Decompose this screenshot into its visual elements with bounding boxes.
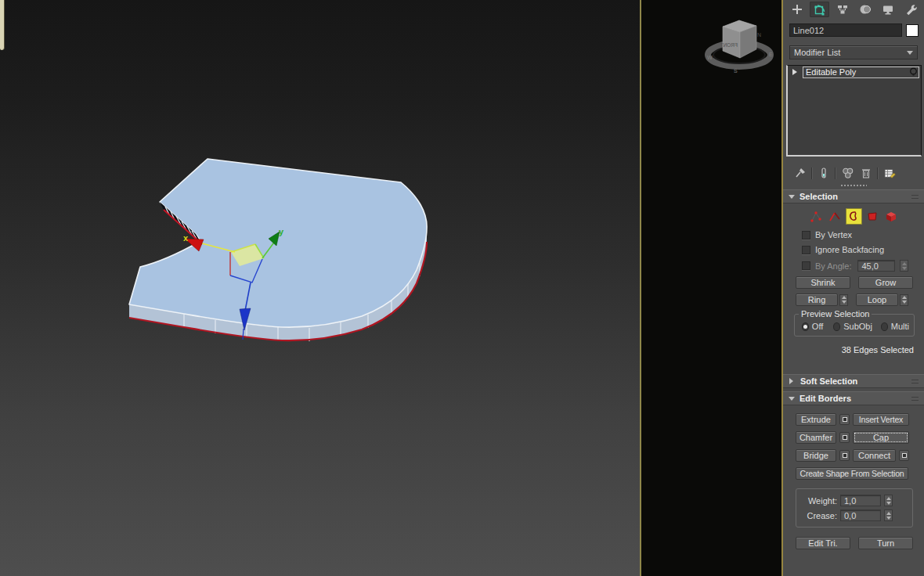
tab-create[interactable] <box>787 2 807 17</box>
selection-status: 38 Edges Selected <box>783 345 924 355</box>
subobject-element[interactable] <box>883 208 900 225</box>
stack-toolbar <box>783 164 924 182</box>
tab-hierarchy[interactable] <box>832 2 852 17</box>
chamfer-button[interactable]: Chamfer <box>796 431 836 444</box>
preview-selection-group: Preview Selection Off SubObj Multi <box>794 314 915 337</box>
preview-multi-radio[interactable] <box>881 322 888 331</box>
rollout-soft-selection[interactable]: Soft Selection <box>783 374 924 388</box>
weight-spinner[interactable] <box>884 495 893 506</box>
preview-subobj-radio[interactable] <box>833 322 840 331</box>
compass-east-label: E <box>769 52 773 57</box>
object-name-row: Line012 <box>783 17 924 37</box>
modifier-stack-item[interactable]: Editable Poly <box>788 66 921 78</box>
edit-tri-button[interactable]: Edit Tri. <box>796 537 850 549</box>
chamfer-settings-button[interactable] <box>839 432 850 443</box>
modifier-list-label: Modifier List <box>794 48 840 57</box>
bridge-button[interactable]: Bridge <box>796 449 836 462</box>
create-shape-row: Create Shape From Selection <box>796 467 924 480</box>
by-vertex-checkbox[interactable] <box>802 231 810 239</box>
bridge-settings-button[interactable] <box>839 450 850 461</box>
rollout-soft-selection-title: Soft Selection <box>800 376 857 386</box>
rollout-edit-borders[interactable]: Edit Borders <box>783 391 924 405</box>
preview-subobj-label: SubObj <box>843 322 872 331</box>
preview-selection-title: Preview Selection <box>799 309 872 319</box>
crease-value-field[interactable]: 0,0 <box>840 509 881 521</box>
shrink-grow-row: Shrink Grow <box>796 276 913 289</box>
extrude-settings-button[interactable] <box>839 414 850 425</box>
weight-crease-group: Weight: 1,0 Crease: 0,0 <box>796 488 913 527</box>
ring-spinner[interactable] <box>839 294 848 306</box>
weight-value-field[interactable]: 1,0 <box>840 495 881 506</box>
subobject-edge[interactable] <box>827 208 843 225</box>
shrink-button[interactable]: Shrink <box>796 276 850 289</box>
crease-spinner[interactable] <box>884 509 893 521</box>
crease-label: Crease: <box>796 511 837 520</box>
viewport-perspective[interactable]: x y <box>0 0 640 576</box>
compass-north-label: N <box>757 32 761 38</box>
by-angle-label: By Angle: <box>815 261 851 271</box>
subobject-vertex[interactable] <box>808 208 825 225</box>
viewcube[interactable]: W S E N FRONT <box>641 0 781 86</box>
loop-button[interactable]: Loop <box>856 293 898 306</box>
turn-button[interactable]: Turn <box>858 537 913 549</box>
scene-canvas: x y <box>0 0 640 576</box>
cap-button[interactable]: Cap <box>853 431 909 444</box>
create-shape-button[interactable]: Create Shape From Selection <box>796 467 908 480</box>
by-vertex-row: By Vertex <box>802 230 924 239</box>
modifier-stack-item-label: Editable Poly <box>806 67 856 77</box>
lightbulb-icon[interactable] <box>908 67 919 77</box>
insert-vertex-button[interactable]: Insert Vertex <box>853 413 909 426</box>
settings-box-icon <box>843 453 847 458</box>
remove-modifier-icon[interactable] <box>860 167 872 179</box>
by-angle-checkbox[interactable] <box>802 261 810 270</box>
by-angle-value-field[interactable]: 45,0 <box>857 260 895 272</box>
hierarchy-icon <box>836 3 849 16</box>
compass-south-label: S <box>734 68 738 74</box>
edge-icon <box>828 210 842 224</box>
loop-spinner[interactable] <box>900 294 908 306</box>
modifier-list-dropdown[interactable]: Modifier List <box>789 45 918 59</box>
tab-modify[interactable] <box>810 2 829 17</box>
make-unique-icon[interactable] <box>841 167 855 179</box>
weight-row: Weight: 1,0 <box>796 495 906 506</box>
tab-display[interactable] <box>878 2 897 17</box>
expand-arrow-icon[interactable] <box>792 69 800 75</box>
rollout-selection-title: Selection <box>799 192 838 201</box>
object-name-field[interactable]: Line012 <box>789 23 902 37</box>
subobject-polygon[interactable] <box>864 208 881 225</box>
ignore-backfacing-checkbox[interactable] <box>802 246 810 254</box>
ring-button[interactable]: Ring <box>796 293 838 306</box>
utilities-wrench-icon <box>904 3 917 16</box>
create-plus-icon <box>791 3 803 16</box>
tab-utilities[interactable] <box>901 2 920 17</box>
connect-settings-button[interactable] <box>899 450 909 461</box>
ring-loop-row: Ring Loop <box>796 293 913 306</box>
show-end-result-icon[interactable] <box>818 167 830 179</box>
ignore-backfacing-row: Ignore Backfacing <box>802 245 924 254</box>
rollout-grip-icon <box>911 397 919 401</box>
subobject-mode-row <box>783 208 924 225</box>
app-window: x y W S E N FRONT <box>0 0 924 576</box>
grow-button[interactable]: Grow <box>858 276 913 289</box>
settings-box-icon <box>843 417 847 422</box>
panel-splitter-handle[interactable] <box>783 182 924 189</box>
display-icon <box>882 3 894 16</box>
poly-object-top-face[interactable] <box>129 159 427 327</box>
viewport-secondary[interactable]: W S E N FRONT <box>641 0 781 576</box>
configure-modifier-sets-icon[interactable] <box>883 167 897 179</box>
rollout-selection[interactable]: Selection <box>783 189 924 203</box>
pin-stack-icon[interactable] <box>794 167 807 179</box>
extrude-button[interactable]: Extrude <box>796 413 836 426</box>
tab-motion[interactable] <box>855 2 875 17</box>
vertex-icon <box>809 210 823 224</box>
connect-button[interactable]: Connect <box>853 449 896 462</box>
motion-icon <box>859 3 872 16</box>
object-color-swatch[interactable] <box>906 24 919 37</box>
subobject-border[interactable] <box>846 208 862 225</box>
by-angle-spinner[interactable] <box>900 260 908 272</box>
viewcube-front-label: FRONT <box>720 42 738 48</box>
toolbar-separator <box>835 167 836 179</box>
preview-off-radio[interactable] <box>802 322 809 331</box>
rollout-grip-icon <box>911 195 919 199</box>
modifier-stack[interactable]: Editable Poly <box>786 65 922 157</box>
